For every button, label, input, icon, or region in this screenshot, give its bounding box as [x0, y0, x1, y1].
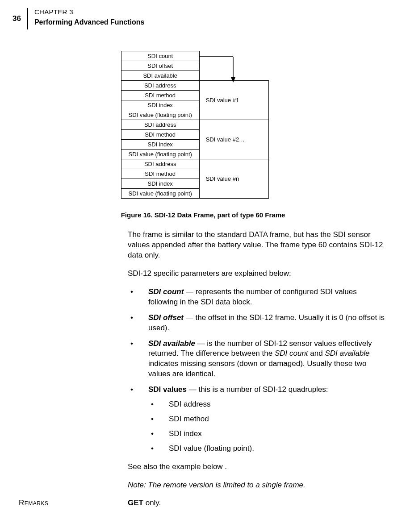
figure-caption: Figure 16. SDI-12 Data Frame, part of ty… [121, 211, 285, 219]
remarks-label: Remarks [19, 499, 128, 507]
term-label: SDI offset [148, 313, 184, 322]
paragraph: The frame is similar to the standard DAT… [128, 230, 387, 261]
list-item: SDI count — represents the number of con… [128, 287, 387, 308]
table-cell: SDI count [121, 51, 199, 61]
note-paragraph: Note: The remote version is limited to a… [128, 480, 387, 490]
table-cell: SDI value (floating point) [121, 150, 199, 159]
arrow-icon [200, 51, 269, 83]
table-cell: SDI index [121, 140, 199, 150]
table-cell: SDI value #2… [199, 120, 268, 159]
term-label: SDI values [148, 385, 187, 394]
paragraph: See also the example below . [128, 462, 387, 472]
list-item: SDI offset — the offset in the SDI-12 fr… [128, 313, 387, 333]
term-text: — this is a number of SDI-12 quadruples: [187, 385, 328, 394]
arrow-cell [199, 51, 268, 81]
list-item: SDI value (floating point). [148, 444, 387, 454]
remarks-row: Remarks GET only. [0, 499, 406, 507]
table-cell: SDI method [121, 91, 199, 100]
list-item: SDI available — is the number of SDI-12 … [128, 339, 387, 380]
table-cell: SDI index [121, 179, 199, 189]
table-cell: SDI index [121, 100, 199, 110]
table-cell: SDI address [121, 120, 199, 130]
list-item: SDI index [148, 429, 387, 439]
table-cell: SDI address [121, 159, 199, 169]
remarks-tail: only. [143, 499, 161, 507]
term-label: SDI count [148, 287, 184, 296]
term-text: indicates missing sensors (down or damag… [148, 359, 367, 378]
list-item: SDI address [148, 399, 387, 410]
table-cell: SDI address [121, 81, 199, 91]
figure-16: SDI count SDI offset SDI available SDI a… [0, 51, 406, 219]
table-cell: SDI value (floating point) [121, 189, 199, 199]
table-cell: SDI value #n [199, 159, 268, 199]
list-item: SDI values — this is a number of SDI-12 … [128, 385, 387, 454]
table-cell: SDI offset [121, 61, 199, 71]
page-number: 36 [13, 14, 21, 23]
term-text: and [308, 349, 325, 357]
table-cell: SDI value #1 [199, 81, 268, 120]
table-cell: SDI value (floating point) [121, 110, 199, 120]
sub-list: SDI address SDI method SDI index SDI val… [148, 399, 387, 454]
paragraph: SDI-12 specific parameters are explained… [128, 269, 387, 279]
table-cell: SDI method [121, 169, 199, 179]
term-italic: SDI available [325, 349, 369, 357]
list-item: SDI method [148, 414, 387, 424]
table-cell: SDI method [121, 130, 199, 140]
chapter-label: CHAPTER 3 [34, 8, 145, 16]
svg-marker-2 [231, 77, 235, 83]
remarks-bold: GET [128, 499, 143, 507]
sdi-frame-table: SDI count SDI offset SDI available SDI a… [121, 51, 269, 199]
term-label: SDI available [148, 339, 195, 348]
term-text: — the offset in the SDI-12 frame. Usuall… [148, 313, 385, 332]
body-content: The frame is similar to the standard DAT… [128, 230, 387, 490]
table-cell: SDI available [121, 71, 199, 81]
section-title: Performing Advanced Functions [34, 18, 145, 26]
remarks-text: GET only. [128, 499, 161, 507]
bullet-list: SDI count — represents the number of con… [128, 287, 387, 454]
term-italic: SDI count [275, 349, 308, 357]
page-header: 36 CHAPTER 3 Performing Advanced Functio… [0, 0, 406, 33]
